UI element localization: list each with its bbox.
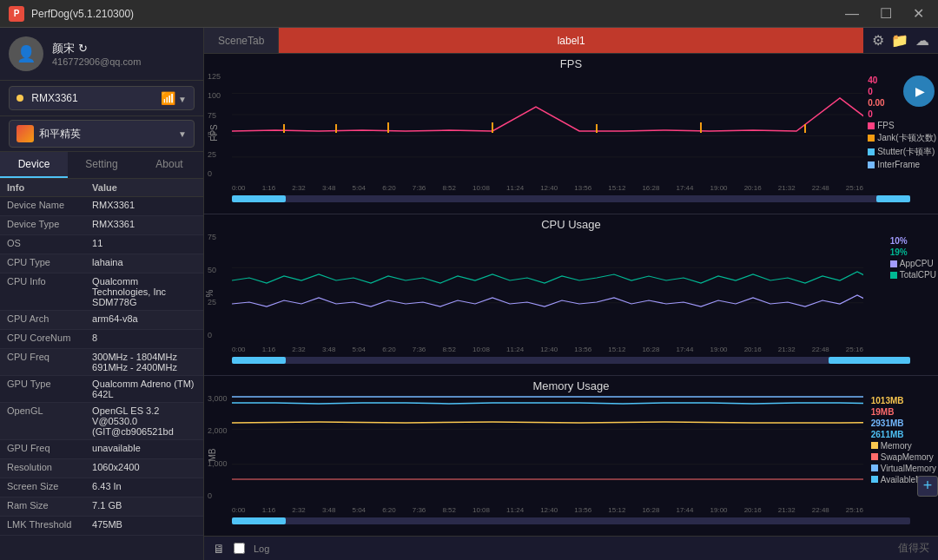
tab-about[interactable]: About — [135, 152, 203, 178]
info-value: lahaina — [92, 257, 196, 267]
fps-svg — [232, 72, 863, 178]
tab-bar: Device Setting About — [0, 152, 203, 179]
table-row: GPU Frequnavailable — [0, 440, 203, 459]
table-row: CPU CoreNum8 — [0, 330, 203, 349]
minimize-button[interactable]: — — [840, 4, 864, 23]
game-name: 和平精英 — [39, 127, 81, 142]
info-value: 11 — [92, 238, 196, 248]
info-table: Info Value Device NameRMX3361Device Type… — [0, 179, 203, 560]
svg-rect-17 — [232, 394, 863, 500]
close-button[interactable]: ✕ — [908, 3, 929, 23]
plus-button[interactable]: + — [917, 476, 938, 497]
col-info: Info — [7, 182, 92, 193]
info-value: 300MHz - 1804MHz 691MHz - 2400MHz — [92, 352, 196, 372]
avatar: 👤 — [9, 36, 43, 71]
table-row: CPU Typelahaina — [0, 254, 203, 273]
info-key: OpenGL — [7, 405, 92, 416]
info-value: arm64-v8a — [92, 313, 196, 324]
info-table-header: Info Value — [0, 179, 203, 197]
memory-x-axis: 0:00 1:16 2:32 3:48 5:04 6:20 7:36 8:52 … — [232, 506, 863, 514]
chevron-down-icon: ▼ — [178, 95, 187, 104]
info-value: 475MB — [92, 519, 196, 530]
info-value: 1060x2400 — [92, 462, 196, 472]
info-key: CPU Arch — [7, 313, 92, 324]
fps-scrollbar[interactable] — [232, 195, 910, 202]
memory-scrollbar[interactable] — [232, 517, 910, 524]
info-key: OS — [7, 238, 92, 248]
watermark: 值得买 — [898, 541, 929, 556]
info-key: GPU Type — [7, 379, 92, 389]
settings-icon[interactable]: ⚙ — [872, 32, 884, 49]
cpu-svg — [232, 233, 863, 339]
table-row: OS11 — [0, 235, 203, 254]
info-value: RMX3361 — [92, 219, 196, 229]
table-row: Resolution1060x2400 — [0, 459, 203, 478]
bottom-bar: 🖥 Log 值得买 — [204, 536, 938, 560]
fps-chart: FPS FPS 125 100 75 50 25 0 — [204, 54, 938, 214]
info-value: 7.1 GB — [92, 500, 196, 511]
info-value: RMX3361 — [92, 200, 196, 210]
fps-x-axis: 0:00 1:16 2:32 3:48 5:04 6:20 7:36 8:52 … — [232, 184, 863, 192]
scene-icons: ⚙ 📁 ☁ — [863, 28, 938, 53]
tab-setting[interactable]: Setting — [68, 152, 135, 178]
fps-chart-area: FPS 125 100 75 50 25 0 — [204, 72, 938, 194]
table-row: Device TypeRMX3361 — [0, 216, 203, 235]
folder-icon[interactable]: 📁 — [891, 32, 908, 49]
scene-header: SceneTab label1 ⚙ 📁 ☁ — [204, 28, 938, 54]
svg-rect-0 — [232, 72, 863, 178]
title-bar: P PerfDog(v5.1.210300) — ☐ ✕ — [0, 0, 938, 28]
table-row: LMK Threshold475MB — [0, 517, 203, 536]
game-selector: 和平精英 ▼ — [0, 116, 203, 152]
left-panel: 👤 颜宋 ↻ 416772906@qq.com RMX3361 📶 ▼ — [0, 28, 204, 560]
info-key: GPU Freq — [7, 443, 92, 453]
monitor-icon[interactable]: 🖥 — [213, 542, 225, 556]
info-key: CPU Type — [7, 257, 92, 267]
info-key: Device Type — [7, 219, 92, 229]
fps-chart-title: FPS — [204, 57, 938, 70]
cpu-legend: 10% 19% AppCPU TotalCPU — [890, 236, 936, 280]
user-info: 颜宋 ↻ 416772906@qq.com — [52, 41, 141, 67]
cpu-chart-title: CPU Usage — [204, 218, 938, 231]
info-key: Device Name — [7, 200, 92, 210]
cloud-icon[interactable]: ☁ — [915, 32, 929, 49]
info-value: OpenGL ES 3.2 V@0530.0 (GIT@cb906521bd — [92, 405, 196, 437]
info-value: 8 — [92, 333, 196, 343]
table-row: GPU TypeQualcomm Adreno (TM) 642L — [0, 376, 203, 403]
table-row: CPU Freq300MHz - 1804MHz 691MHz - 2400MH… — [0, 349, 203, 376]
main-container: 👤 颜宋 ↻ 416772906@qq.com RMX3361 📶 ▼ — [0, 28, 938, 560]
info-key: CPU Info — [7, 276, 92, 287]
info-key: Resolution — [7, 462, 92, 472]
tab-device[interactable]: Device — [0, 152, 68, 178]
info-value: Qualcomm Adreno (TM) 642L — [92, 379, 196, 399]
user-name: 颜宋 ↻ — [52, 41, 141, 56]
user-email: 416772906@qq.com — [52, 56, 141, 67]
table-row: OpenGLOpenGL ES 3.2 V@0530.0 (GIT@cb9065… — [0, 403, 203, 440]
app-title: PerfDog(v5.1.210300) — [31, 8, 134, 20]
cpu-scrollbar[interactable] — [232, 357, 910, 364]
game-select-button[interactable]: 和平精英 ▼ — [9, 120, 195, 148]
info-value: 6.43 In — [92, 481, 196, 491]
svg-rect-14 — [232, 233, 863, 339]
info-rows: Device NameRMX3361Device TypeRMX3361OS11… — [0, 197, 203, 536]
play-button[interactable] — [903, 76, 935, 107]
app-icon: P — [9, 6, 24, 22]
table-row: Device NameRMX3361 — [0, 197, 203, 216]
memory-legend: 1013MB 19MB 2931MB 2611MB — [871, 396, 936, 484]
cpu-chart: CPU Usage % 75 50 25 0 — [204, 214, 938, 375]
info-key: CPU CoreNum — [7, 333, 92, 343]
scene-tab-label: SceneTab — [204, 28, 279, 53]
scene-label1: label1 — [279, 28, 863, 53]
table-row: Screen Size6.43 In — [0, 478, 203, 497]
maximize-button[interactable]: ☐ — [875, 3, 897, 23]
log-checkbox[interactable] — [234, 543, 245, 554]
memory-chart-title: Memory Usage — [204, 379, 938, 392]
game-icon — [17, 125, 34, 142]
device-select-button[interactable]: RMX3361 📶 ▼ — [9, 86, 195, 110]
col-value: Value — [92, 182, 196, 193]
device-selector: RMX3361 📶 ▼ — [0, 81, 203, 116]
table-row: Ram Size7.1 GB — [0, 497, 203, 517]
memory-chart-area: MB 3,000 2,000 1,000 0 — [204, 394, 938, 516]
info-value: unavailable — [92, 443, 196, 453]
info-key: LMK Threshold — [7, 519, 92, 530]
device-name: RMX3361 — [31, 92, 77, 104]
